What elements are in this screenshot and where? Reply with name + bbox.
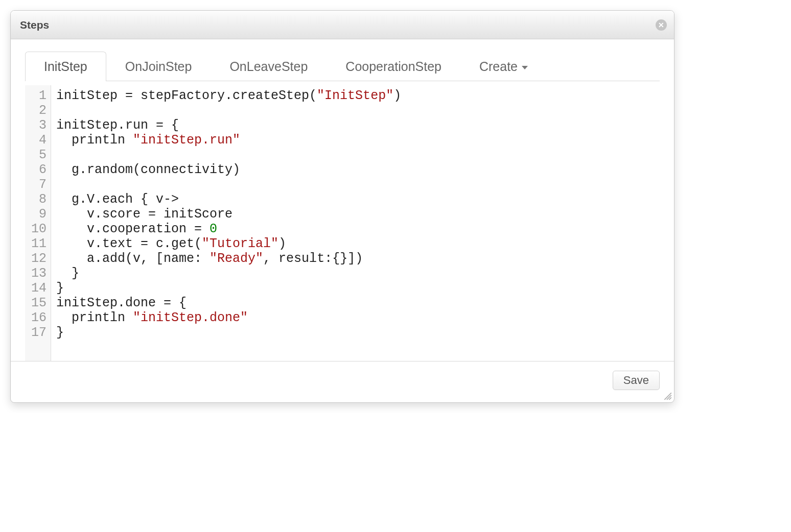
dialog-title: Steps <box>20 19 49 31</box>
resize-handle[interactable] <box>663 391 672 400</box>
code-content[interactable]: initStep = stepFactory.createStep("InitS… <box>51 85 660 361</box>
chevron-down-icon <box>522 66 528 69</box>
code-token: "Tutorial" <box>202 236 278 251</box>
tab-bar: InitStep OnJoinStep OnLeaveStep Cooperat… <box>25 52 660 81</box>
svg-line-1 <box>667 395 671 400</box>
code-token: "initStep.done" <box>133 310 248 325</box>
code-token: } <box>56 325 64 340</box>
code-token: , result:{}]) <box>263 251 363 266</box>
tab-initstep[interactable]: InitStep <box>25 52 106 81</box>
code-token: v.score = initScore <box>56 207 232 222</box>
code-token: ) <box>393 88 401 103</box>
tab-label: CooperationStep <box>345 59 441 74</box>
steps-dialog: Steps ✕ InitStep OnJoinStep OnLeaveStep … <box>10 10 674 403</box>
line-number-gutter: 1 2 3 4 5 6 7 8 9 10 11 12 13 14 15 16 1… <box>25 85 51 361</box>
code-token: g.V.each { v-> <box>56 192 179 207</box>
code-token: } <box>56 281 64 296</box>
code-token: println <box>56 133 133 148</box>
tab-onleavestep[interactable]: OnLeaveStep <box>211 52 327 81</box>
tab-label: OnLeaveStep <box>229 59 308 74</box>
code-token: "Ready" <box>210 251 263 266</box>
tab-label: OnJoinStep <box>125 59 192 74</box>
dialog-titlebar[interactable]: Steps ✕ <box>11 11 674 39</box>
code-editor[interactable]: 1 2 3 4 5 6 7 8 9 10 11 12 13 14 15 16 1… <box>25 85 660 361</box>
create-dropdown[interactable]: Create <box>460 52 547 81</box>
tab-label: InitStep <box>44 59 87 74</box>
code-token: 0 <box>210 222 217 236</box>
code-token: v.cooperation = <box>56 222 210 236</box>
code-token: initStep = stepFactory.createStep( <box>56 88 317 103</box>
code-token: v.text = c.get( <box>56 236 202 251</box>
code-token: a.add(v, [name: <box>56 251 210 266</box>
tab-cooperationstep[interactable]: CooperationStep <box>327 52 460 81</box>
tab-onjoinstep[interactable]: OnJoinStep <box>106 52 211 81</box>
dialog-footer: Save <box>11 361 674 402</box>
code-token: g.random(connectivity) <box>56 162 240 177</box>
code-token: initStep.run = { <box>56 118 179 133</box>
close-icon[interactable]: ✕ <box>656 19 667 31</box>
code-token: "InitStep" <box>317 88 393 103</box>
svg-line-2 <box>669 397 671 400</box>
save-button[interactable]: Save <box>613 371 660 390</box>
create-label: Create <box>479 59 518 74</box>
code-token: "initStep.run" <box>133 133 240 148</box>
code-token: } <box>56 266 79 281</box>
code-token: ) <box>278 236 286 251</box>
code-token: println <box>56 310 133 325</box>
dialog-body: InitStep OnJoinStep OnLeaveStep Cooperat… <box>11 39 674 361</box>
code-token: initStep.done = { <box>56 296 187 310</box>
